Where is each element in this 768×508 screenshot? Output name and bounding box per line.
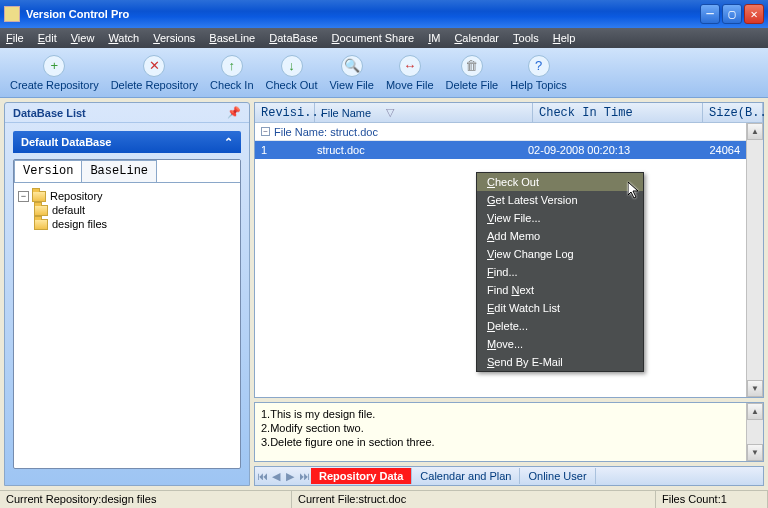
tree-node-default[interactable]: default xyxy=(34,203,236,217)
scroll-down-icon[interactable]: ▼ xyxy=(747,444,763,461)
trash-icon: 🗑 xyxy=(461,55,483,77)
check-out-button[interactable]: ↓Check Out xyxy=(266,55,318,91)
cell-revision: 1 xyxy=(255,144,311,156)
maximize-button[interactable]: ▢ xyxy=(722,4,742,24)
tree-node-repository[interactable]: −Repository xyxy=(18,189,236,203)
ctx-view-file[interactable]: View File... xyxy=(477,209,643,227)
status-bar: Current Repository:design files Current … xyxy=(0,490,768,508)
grid-header: Revisi... File Name ▽ Check In Time Size… xyxy=(255,103,763,123)
sidebar-title: DataBase List xyxy=(13,107,86,119)
tab-nav-next-icon[interactable]: ▶ xyxy=(283,468,297,484)
magnifier-icon: 🔍 xyxy=(341,55,363,77)
col-checkin[interactable]: Check In Time xyxy=(533,103,703,122)
scroll-down-icon[interactable]: ▼ xyxy=(747,380,763,397)
table-row[interactable]: 1 struct.doc 02-09-2008 00:20:13 24064 xyxy=(255,141,746,159)
cursor-icon xyxy=(628,182,642,203)
status-current-file: Current File:struct.doc xyxy=(292,491,656,508)
close-button[interactable]: ✕ xyxy=(744,4,764,24)
window-title: Version Control Pro xyxy=(26,8,129,20)
sidebar-header: DataBase List 📌 xyxy=(5,103,249,123)
ctx-get-latest[interactable]: Get Latest Version xyxy=(477,191,643,209)
menu-file[interactable]: File xyxy=(6,32,24,44)
col-revision[interactable]: Revisi... xyxy=(255,103,315,122)
tree-node-design-files[interactable]: design files xyxy=(34,217,236,231)
menu-watch[interactable]: Watch xyxy=(108,32,139,44)
ctx-delete[interactable]: Delete... xyxy=(477,317,643,335)
tree-panel: Version BaseLine −Repository default des… xyxy=(13,159,241,469)
context-menu: Check Out Get Latest Version View File..… xyxy=(476,172,644,372)
question-icon: ? xyxy=(528,55,550,77)
cell-size: 24064 xyxy=(690,144,746,156)
scroll-up-icon[interactable]: ▲ xyxy=(747,403,763,420)
minus-icon[interactable]: − xyxy=(18,191,29,202)
plus-icon: + xyxy=(43,55,65,77)
folder-icon xyxy=(34,219,48,230)
folder-icon xyxy=(34,205,48,216)
menubar: File Edit View Watch Versions BaseLine D… xyxy=(0,28,768,48)
status-files-count: Files Count:1 xyxy=(656,491,768,508)
app-icon xyxy=(4,6,20,22)
cell-filename: struct.doc xyxy=(311,144,522,156)
toolbar: +Create Repository ✕Delete Repository ↑C… xyxy=(0,48,768,98)
ctx-find-next[interactable]: Find Next xyxy=(477,281,643,299)
move-file-button[interactable]: ↔Move File xyxy=(386,55,434,91)
database-box-title: Default DataBase⌃ xyxy=(13,131,241,153)
x-icon: ✕ xyxy=(143,55,165,77)
memo-panel: 1.This is my design file. 2.Modify secti… xyxy=(254,402,764,462)
pin-icon[interactable]: 📌 xyxy=(227,106,241,119)
minus-icon[interactable]: − xyxy=(261,127,270,136)
tab-nav-last-icon[interactable]: ⏭ xyxy=(297,468,311,484)
memo-text: 1.This is my design file. 2.Modify secti… xyxy=(255,403,746,461)
folder-icon xyxy=(32,191,46,202)
sort-desc-icon: ▽ xyxy=(386,106,394,119)
menu-baseline[interactable]: BaseLine xyxy=(209,32,255,44)
tab-version[interactable]: Version xyxy=(14,160,82,182)
ctx-send-email[interactable]: Send By E-Mail xyxy=(477,353,643,371)
chevron-up-icon[interactable]: ⌃ xyxy=(224,136,233,149)
ctx-add-memo[interactable]: Add Memo xyxy=(477,227,643,245)
menu-tools[interactable]: Tools xyxy=(513,32,539,44)
delete-repository-button[interactable]: ✕Delete Repository xyxy=(111,55,198,91)
check-in-button[interactable]: ↑Check In xyxy=(210,55,253,91)
col-size[interactable]: Size(B... xyxy=(703,103,763,122)
menu-calendar[interactable]: Calendar xyxy=(454,32,499,44)
menu-im[interactable]: IM xyxy=(428,32,440,44)
tab-baseline[interactable]: BaseLine xyxy=(81,160,157,182)
grid-scrollbar[interactable]: ▲ ▼ xyxy=(746,123,763,397)
scroll-up-icon[interactable]: ▲ xyxy=(747,123,763,140)
tab-repository-data[interactable]: Repository Data xyxy=(311,468,412,484)
ctx-view-change-log[interactable]: View Change Log xyxy=(477,245,643,263)
arrow-up-icon: ↑ xyxy=(221,55,243,77)
cell-time: 02-09-2008 00:20:13 xyxy=(522,144,690,156)
memo-scrollbar[interactable]: ▲ ▼ xyxy=(746,403,763,461)
svg-marker-0 xyxy=(628,182,638,198)
col-filename[interactable]: File Name ▽ xyxy=(315,103,533,122)
ctx-edit-watch-list[interactable]: Edit Watch List xyxy=(477,299,643,317)
tab-calendar-and-plan[interactable]: Calendar and Plan xyxy=(412,468,520,484)
bottom-tabs: ⏮ ◀ ▶ ⏭ Repository Data Calendar and Pla… xyxy=(254,466,764,486)
minimize-button[interactable]: ─ xyxy=(700,4,720,24)
help-topics-button[interactable]: ?Help Topics xyxy=(510,55,567,91)
titlebar: Version Control Pro ─ ▢ ✕ xyxy=(0,0,768,28)
menu-versions[interactable]: Versions xyxy=(153,32,195,44)
ctx-check-out[interactable]: Check Out xyxy=(477,173,643,191)
create-repository-button[interactable]: +Create Repository xyxy=(10,55,99,91)
menu-edit[interactable]: Edit xyxy=(38,32,57,44)
ctx-find[interactable]: Find... xyxy=(477,263,643,281)
menu-database[interactable]: DataBase xyxy=(269,32,317,44)
arrow-down-icon: ↓ xyxy=(281,55,303,77)
menu-view[interactable]: View xyxy=(71,32,95,44)
tab-online-user[interactable]: Online User xyxy=(520,468,595,484)
menu-help[interactable]: Help xyxy=(553,32,576,44)
ctx-move[interactable]: Move... xyxy=(477,335,643,353)
arrows-icon: ↔ xyxy=(399,55,421,77)
status-repository: Current Repository:design files xyxy=(0,491,292,508)
view-file-button[interactable]: 🔍View File xyxy=(329,55,373,91)
menu-docshare[interactable]: Document Share xyxy=(332,32,415,44)
tab-nav-prev-icon[interactable]: ◀ xyxy=(269,468,283,484)
group-caption[interactable]: −File Name: struct.doc xyxy=(255,123,746,141)
tab-nav-first-icon[interactable]: ⏮ xyxy=(255,468,269,484)
delete-file-button[interactable]: 🗑Delete File xyxy=(446,55,499,91)
sidebar: DataBase List 📌 Default DataBase⌃ Versio… xyxy=(4,102,250,486)
